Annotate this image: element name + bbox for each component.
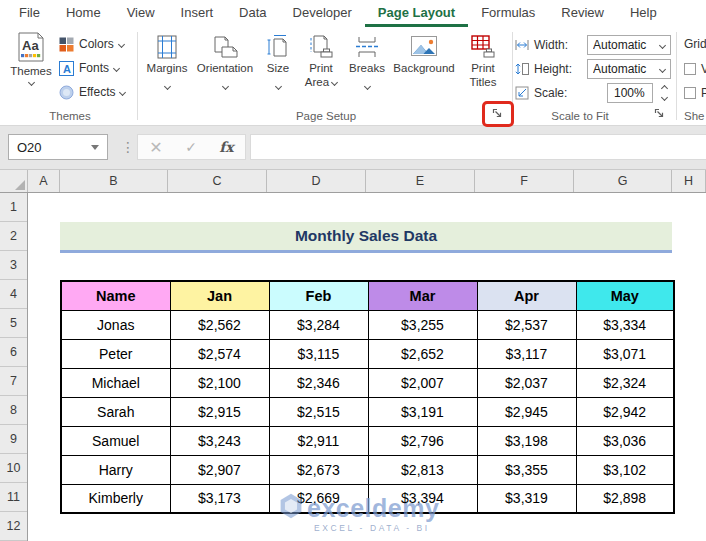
cell-value[interactable]: $2,346 — [269, 368, 368, 397]
ribbon-button-print-area[interactable]: PrintArea — [298, 29, 344, 119]
ribbon-button-effects[interactable]: Effects — [58, 80, 140, 104]
dropdown-height-[interactable]: Automatic — [587, 59, 671, 79]
table-header-jan[interactable]: Jan — [170, 281, 269, 310]
themes-button[interactable]: Aa Themes — [8, 30, 54, 110]
chevron-down-icon[interactable] — [91, 145, 99, 150]
column-header-A[interactable]: A — [28, 170, 60, 192]
table-header-apr[interactable]: Apr — [477, 281, 576, 310]
column-header-G[interactable]: G — [574, 170, 672, 192]
tab-home[interactable]: Home — [53, 0, 114, 27]
scale-to-fit-dialog-launcher-icon[interactable] — [652, 106, 666, 120]
cell-name[interactable]: Harry — [61, 455, 170, 484]
cell-value[interactable]: $2,907 — [170, 455, 269, 484]
cell-value[interactable]: $3,198 — [477, 426, 576, 455]
ribbon-button-orientation[interactable]: Orientation — [192, 29, 258, 119]
cell-value[interactable]: $2,515 — [269, 397, 368, 426]
ribbon-button-fonts[interactable]: AFonts — [58, 56, 140, 80]
row-header-11[interactable]: 11 — [0, 483, 27, 512]
title-cell[interactable]: Monthly Sales Data — [60, 222, 672, 253]
cell-value[interactable]: $3,071 — [576, 339, 674, 368]
dropdown-width-[interactable]: Automatic — [587, 35, 671, 55]
cell-value[interactable]: $3,036 — [576, 426, 674, 455]
tab-data[interactable]: Data — [226, 0, 279, 27]
cell-value[interactable]: $3,284 — [269, 310, 368, 339]
spinner-scale-[interactable]: 100% — [607, 83, 653, 103]
column-header-D[interactable]: D — [267, 170, 366, 192]
enter-icon[interactable]: ✓ — [185, 139, 197, 155]
cell-value[interactable]: $3,102 — [576, 455, 674, 484]
cell-value[interactable]: $2,796 — [368, 426, 477, 455]
select-all-corner[interactable] — [0, 170, 28, 192]
row-header-2[interactable]: 2 — [0, 222, 27, 251]
cell-value[interactable]: $3,243 — [170, 426, 269, 455]
table-header-feb[interactable]: Feb — [269, 281, 368, 310]
row-header-8[interactable]: 8 — [0, 396, 27, 425]
cell-value[interactable]: $3,394 — [368, 484, 477, 513]
table-header-mar[interactable]: Mar — [368, 281, 477, 310]
cell-value[interactable]: $3,319 — [477, 484, 576, 513]
cell-value[interactable]: $2,562 — [170, 310, 269, 339]
row-header-9[interactable]: 9 — [0, 425, 27, 454]
tab-formulas[interactable]: Formulas — [468, 0, 548, 27]
tab-page-layout[interactable]: Page Layout — [365, 0, 468, 27]
gridlines-view-checkbox[interactable]: Vi — [684, 62, 706, 76]
cell-name[interactable]: Michael — [61, 368, 170, 397]
name-box[interactable]: O20 — [8, 134, 108, 160]
cell-value[interactable]: $2,100 — [170, 368, 269, 397]
row-header-6[interactable]: 6 — [0, 338, 27, 367]
cancel-icon[interactable]: ✕ — [149, 138, 162, 157]
tab-insert[interactable]: Insert — [168, 0, 227, 27]
cell-name[interactable]: Peter — [61, 339, 170, 368]
row-header-5[interactable]: 5 — [0, 309, 27, 338]
cell-value[interactable]: $2,898 — [576, 484, 674, 513]
tab-developer[interactable]: Developer — [280, 0, 365, 27]
cell-value[interactable]: $2,673 — [269, 455, 368, 484]
cell-value[interactable]: $2,537 — [477, 310, 576, 339]
cell-value[interactable]: $2,669 — [269, 484, 368, 513]
resize-dots-icon[interactable]: ⋮ — [121, 139, 135, 155]
table-header-may[interactable]: May — [576, 281, 674, 310]
tab-review[interactable]: Review — [548, 0, 617, 27]
cell-value[interactable]: $2,911 — [269, 426, 368, 455]
row-header-4[interactable]: 4 — [0, 280, 27, 309]
cell-value[interactable]: $3,334 — [576, 310, 674, 339]
cell-value[interactable]: $2,007 — [368, 368, 477, 397]
row-header-1[interactable]: 1 — [0, 193, 27, 222]
table-header-name[interactable]: Name — [61, 281, 170, 310]
cell-value[interactable]: $2,574 — [170, 339, 269, 368]
cell-name[interactable]: Kimberly — [61, 484, 170, 513]
cell-name[interactable]: Samuel — [61, 426, 170, 455]
cell-value[interactable]: $2,324 — [576, 368, 674, 397]
ribbon-button-colors[interactable]: Colors — [58, 32, 140, 56]
ribbon-button-background[interactable]: Background — [390, 29, 458, 119]
cell-name[interactable]: Sarah — [61, 397, 170, 426]
cell-value[interactable]: $3,115 — [269, 339, 368, 368]
column-header-H[interactable]: H — [672, 170, 706, 192]
cell-name[interactable]: Jonas — [61, 310, 170, 339]
row-header-10[interactable]: 10 — [0, 454, 27, 483]
cell-value[interactable]: $3,191 — [368, 397, 477, 426]
formula-input[interactable] — [250, 134, 706, 160]
cell-value[interactable]: $2,037 — [477, 368, 576, 397]
tab-help[interactable]: Help — [617, 0, 670, 27]
ribbon-button-breaks[interactable]: Breaks — [344, 29, 390, 119]
cell-value[interactable]: $2,652 — [368, 339, 477, 368]
gridlines-print-checkbox[interactable]: Pr — [684, 86, 706, 100]
row-header-12[interactable]: 12 — [0, 512, 27, 541]
cell-value[interactable]: $2,813 — [368, 455, 477, 484]
cell-value[interactable]: $2,915 — [170, 397, 269, 426]
tab-file[interactable]: File — [6, 0, 53, 27]
column-header-E[interactable]: E — [366, 170, 475, 192]
cell-value[interactable]: $3,117 — [477, 339, 576, 368]
insert-function-icon[interactable]: fx — [219, 139, 233, 155]
tab-view[interactable]: View — [114, 0, 168, 27]
row-header-7[interactable]: 7 — [0, 367, 27, 396]
ribbon-button-size[interactable]: Size — [258, 29, 298, 119]
cell-value[interactable]: $2,942 — [576, 397, 674, 426]
spinner-arrows[interactable] — [657, 83, 671, 103]
column-header-C[interactable]: C — [168, 170, 267, 192]
cell-value[interactable]: $3,173 — [170, 484, 269, 513]
cell-value[interactable]: $3,355 — [477, 455, 576, 484]
column-header-B[interactable]: B — [60, 170, 168, 192]
row-header-3[interactable]: 3 — [0, 251, 27, 280]
